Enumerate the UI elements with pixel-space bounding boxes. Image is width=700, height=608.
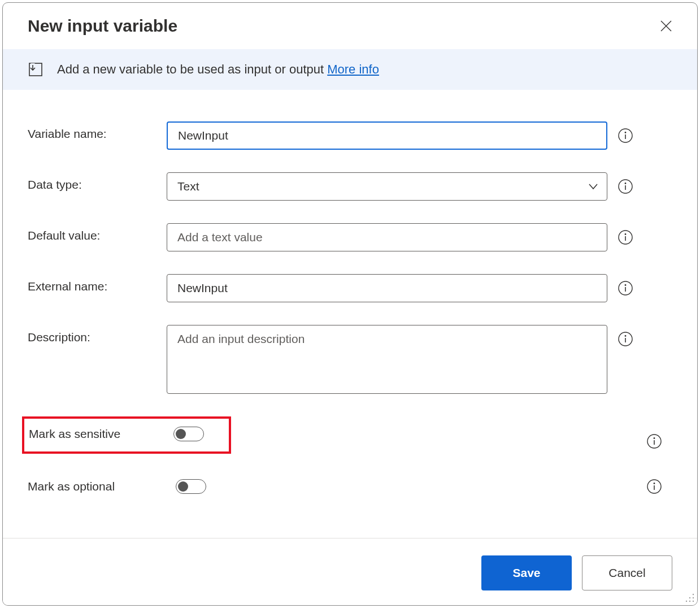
banner-text-wrap: Add a new variable to be used as input o… [57,62,379,77]
label-data-type: Data type: [28,172,167,192]
info-icon[interactable] [618,331,633,347]
close-button[interactable] [658,18,675,34]
data-type-value: Text [177,180,199,193]
banner-text: Add a new variable to be used as input o… [57,62,327,76]
description-textarea[interactable] [167,325,607,394]
row-default-value: Default value: [28,223,672,251]
label-external-name: External name: [28,274,167,293]
input-icon [28,62,44,77]
mark-sensitive-toggle[interactable] [173,427,204,441]
default-value-input[interactable] [167,223,607,251]
svg-point-6 [625,132,627,133]
info-icon[interactable] [646,479,662,494]
info-icon[interactable] [618,280,633,296]
dialog-header: New input variable [3,3,697,49]
row-variable-name: Variable name: [28,121,672,150]
svg-point-21 [654,437,655,439]
data-type-dropdown[interactable]: Text [167,172,607,201]
info-banner: Add a new variable to be used as input o… [3,49,697,90]
svg-point-26 [693,594,694,595]
dialog-title: New input variable [28,16,177,36]
svg-point-28 [689,597,690,598]
mark-optional-toggle[interactable] [176,479,206,494]
svg-point-30 [689,601,690,602]
row-description: Description: [28,325,672,394]
row-external-name: External name: [28,274,672,302]
cancel-button[interactable]: Cancel [582,555,672,590]
toggle-knob [176,429,186,439]
row-mark-sensitive: Mark as sensitive [29,427,219,441]
info-icon[interactable] [646,433,662,449]
form-area: Variable name: Data type: Text [3,90,697,520]
svg-point-27 [693,597,694,598]
svg-point-18 [625,335,627,337]
new-input-variable-dialog: New input variable Add a new variable to… [2,2,698,606]
svg-point-9 [625,183,627,184]
save-button[interactable]: Save [481,555,572,590]
highlight-mark-sensitive: Mark as sensitive [22,416,231,454]
variable-name-input[interactable] [167,121,607,150]
close-icon [660,20,672,32]
external-name-input[interactable] [167,274,607,302]
svg-point-12 [625,233,627,235]
more-info-link[interactable]: More info [327,62,379,76]
chevron-down-icon [588,181,599,192]
label-mark-optional: Mark as optional [28,480,176,493]
label-description: Description: [28,325,167,344]
svg-point-15 [625,284,627,286]
label-variable-name: Variable name: [28,121,167,141]
dialog-footer: Save Cancel [3,538,697,605]
info-icon[interactable] [618,128,633,144]
row-data-type: Data type: Text [28,172,672,201]
toggle-knob [178,481,188,492]
svg-point-29 [693,601,694,602]
info-icon[interactable] [618,179,633,194]
row-mark-sensitive-wrap: Mark as sensitive [28,416,672,466]
row-mark-optional: Mark as optional [28,479,672,494]
svg-point-31 [686,601,687,602]
label-default-value: Default value: [28,223,167,242]
label-mark-sensitive: Mark as sensitive [29,427,173,441]
resize-grip-icon[interactable] [685,593,695,603]
svg-point-24 [654,483,655,484]
info-icon[interactable] [618,229,633,245]
